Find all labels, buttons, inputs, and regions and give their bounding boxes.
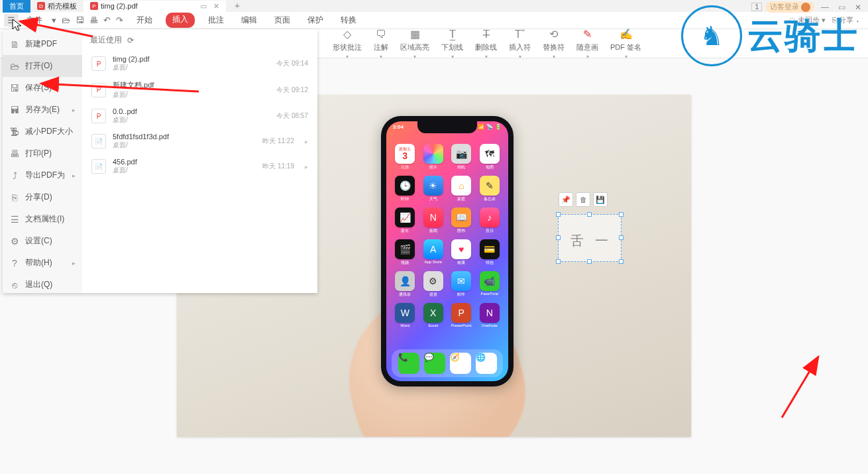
exit-icon: ⎋ (9, 280, 20, 290)
phone-dock: 📞 💬 🧭 🌐 (392, 349, 503, 377)
quick-access-toolbar: ☰ 文件 ▾ 🗁 🖫 🖶 ↶ ↷ (0, 13, 129, 28)
tool-shape-annot[interactable]: ◇形状批注▾ (333, 28, 362, 60)
menu-share[interactable]: ⎘分享(D) (3, 186, 82, 208)
tool-note[interactable]: 🗨注解▾ (374, 28, 388, 60)
menu-settings[interactable]: ⚙设置(C) (3, 230, 82, 252)
tab-annotate[interactable]: 批注 (204, 13, 228, 28)
export-icon: ⤴ (9, 170, 20, 181)
tab-protect[interactable]: 保护 (303, 13, 327, 28)
props-icon: ☰ (9, 214, 20, 225)
open-icon[interactable]: 🗁 (60, 14, 72, 27)
menu-save[interactable]: 🖫保存(S) (3, 77, 82, 99)
phone-status-icons: 📶📡🔋 (478, 124, 502, 130)
pdf-file-icon: P (91, 109, 106, 123)
recent-item[interactable]: P 新建文档.pdf桌面/ 今天 09:12 (90, 76, 309, 103)
phone-frame: 3:04 📶📡🔋 星期五3日历 照片 📷相机 🗺地图 🕒时钟 ☀天气 ⌂家庭 ✎… (381, 116, 514, 386)
dropdown-icon[interactable]: ▾ (50, 14, 58, 27)
gear-icon: ⚙ (9, 236, 20, 247)
refresh-icon[interactable]: ⟳ (127, 36, 134, 45)
tool-strike[interactable]: T̶删除线▾ (475, 28, 497, 60)
save-icon: 🖫 (9, 83, 20, 93)
pdf-file-icon: P (91, 83, 106, 97)
pdf-file-icon: P (91, 56, 106, 71)
compress-icon: 🗜 (9, 127, 20, 137)
folder-icon: 🗁 (9, 61, 20, 72)
signature-text: 舌 一 (570, 232, 612, 250)
signature-toolbar: 📌 🗑 💾 (559, 192, 608, 207)
doc-icon: D (37, 2, 45, 10)
save-icon[interactable]: 🖫 (74, 14, 85, 27)
file-menu-dropdown: 🗎新建PDF 🗁打开(O) 🖫保存(S) 🖬另存为(E)▸ 🗜减小PDF大小 🖶… (3, 29, 317, 293)
menu-exit[interactable]: ⎋退出(Q) (3, 274, 82, 296)
pin-button[interactable]: 📌 (559, 192, 573, 207)
file-menu-list: 🗎新建PDF 🗁打开(O) 🖫保存(S) 🖬另存为(E)▸ 🗜减小PDF大小 🖶… (3, 29, 82, 293)
watermark-text: 云骑士 (747, 12, 859, 60)
file-menu-button[interactable]: 文件 (21, 13, 48, 28)
tab-close-icon[interactable]: ✕ (213, 2, 219, 11)
new-icon: 🗎 (9, 39, 20, 50)
tool-insert-sym[interactable]: Tˇ插入符▾ (509, 28, 531, 60)
file-icon: 📄 (91, 134, 106, 148)
recent-item[interactable]: P timg (2).pdf桌面/ 今天 09:14 (90, 51, 309, 76)
recent-header: 最近使用 ⟳ (90, 34, 309, 46)
watermark-logo: ♞ 云骑士 (681, 5, 859, 66)
knight-icon: ♞ (700, 21, 724, 51)
recent-files-panel: 最近使用 ⟳ P timg (2).pdf桌面/ 今天 09:14 P 新建文档… (82, 29, 317, 293)
tab-insert[interactable]: 插入 (166, 13, 195, 28)
recent-item[interactable]: 📄 456.pdf桌面/ 昨天 11:19▸ (90, 154, 309, 179)
tab-convert[interactable]: 转换 (337, 13, 360, 28)
saveas-icon: 🖬 (9, 105, 20, 115)
tool-freehand[interactable]: ✎随意画▾ (576, 28, 598, 60)
tab-page[interactable]: 页面 (270, 13, 294, 28)
recent-item[interactable]: P 0.0..pdf桌面/ 今天 08:57 (90, 103, 309, 129)
menu-print[interactable]: 🖶打印(P) (3, 143, 82, 164)
phone-time: 3:04 (393, 124, 404, 130)
tab-file[interactable]: P timg (2).pdf ▭ ✕ (83, 1, 226, 12)
menu-props[interactable]: ☰文档属性(I) (3, 208, 82, 230)
hamburger-button[interactable]: ☰ (4, 14, 19, 27)
menu-open[interactable]: 🗁打开(O) (3, 55, 82, 77)
recent-item[interactable]: 📄 5fdfd1fsd1f3d.pdf桌面/ 昨天 11:22▸ (90, 129, 309, 154)
menu-tabs: 开始 插入 批注 编辑 页面 保护 转换 (129, 13, 360, 28)
menu-reduce[interactable]: 🗜减小PDF大小 (3, 121, 82, 143)
pencil-icon: ✎ (581, 28, 594, 41)
tab-restore-icon[interactable]: ▭ (200, 2, 207, 11)
tool-underline[interactable]: T̲下划线▾ (441, 28, 463, 60)
strike-icon: T̶ (480, 28, 493, 41)
tool-replace-sym[interactable]: ⟲替换符▾ (543, 28, 565, 60)
menu-export[interactable]: ⤴导出PDF为▸ (3, 164, 82, 186)
tab-home[interactable]: 首页 (3, 0, 30, 13)
share-icon: ⎘ (9, 192, 20, 203)
app-grid: 星期五3日历 照片 📷相机 🗺地图 🕒时钟 ☀天气 ⌂家庭 ✎备忘录 📈股市 N… (393, 144, 502, 347)
underline-icon: T̲ (446, 28, 459, 41)
help-icon: ? (9, 258, 20, 268)
tab-start[interactable]: 开始 (133, 13, 156, 28)
tab-add-button[interactable]: ＋ (226, 0, 248, 12)
replace-icon: ⟲ (547, 28, 561, 41)
phone-notch (417, 121, 477, 133)
caret-icon: Tˇ (514, 28, 527, 41)
file-icon: 📄 (91, 159, 106, 174)
signature-icon: ✍ (620, 28, 633, 41)
tool-signature[interactable]: ✍PDF 签名▾ (610, 28, 641, 60)
redo-icon[interactable]: ↷ (115, 14, 125, 27)
signature-box[interactable]: 📌 🗑 💾 舌 一 (558, 214, 622, 262)
tool-highlight[interactable]: ▦区域高亮▾ (400, 28, 429, 60)
save-sig-button[interactable]: 💾 (593, 192, 608, 207)
print-icon: 🖶 (9, 148, 20, 159)
undo-icon[interactable]: ↶ (102, 14, 112, 27)
menu-help[interactable]: ?帮助(H)▸ (3, 252, 82, 274)
pdf-icon: P (90, 2, 98, 10)
menu-saveas[interactable]: 🖬另存为(E)▸ (3, 99, 82, 121)
print-icon[interactable]: 🖶 (88, 14, 99, 27)
tab-edit[interactable]: 编辑 (237, 13, 261, 28)
tab-template[interactable]: D 稻壳模板 (30, 0, 83, 13)
highlight-icon: ▦ (408, 28, 421, 41)
menu-new[interactable]: 🗎新建PDF (3, 33, 82, 55)
shape-icon: ◇ (341, 28, 354, 41)
delete-button[interactable]: 🗑 (576, 192, 590, 207)
note-icon: 🗨 (374, 28, 388, 41)
